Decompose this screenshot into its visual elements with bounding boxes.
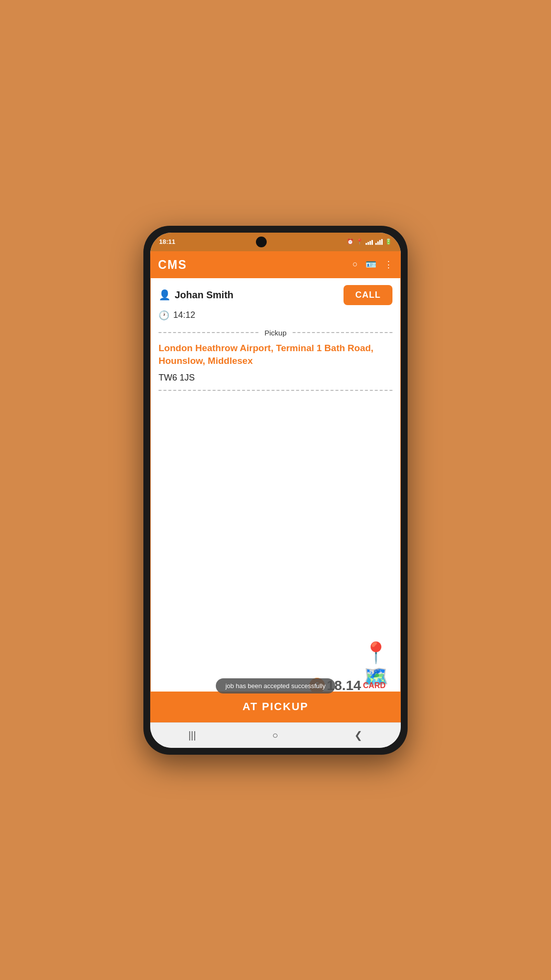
booking-time: 14:12 xyxy=(173,310,195,320)
map-pin-icon[interactable]: 📍🗺️ xyxy=(363,641,390,668)
call-button[interactable]: CALL xyxy=(344,285,392,305)
status-bar: 18:11 ⏰ 📍 🔋 xyxy=(150,233,401,251)
clock-icon: 🕐 xyxy=(159,310,169,321)
phone-frame: 18:11 ⏰ 📍 🔋 xyxy=(143,226,408,755)
content-area: 👤 Johan Smith CALL 🕐 14:12 Pickup xyxy=(151,278,400,692)
header-icons: ○ 🪪 ⋮ xyxy=(352,259,393,270)
id-card-icon[interactable]: 🪪 xyxy=(366,259,376,270)
pickup-label: Pickup xyxy=(258,329,292,337)
bottom-overlay: job has been accepted successfully £ 18.… xyxy=(151,678,400,693)
person-icon: 👤 xyxy=(159,289,171,301)
main-content: 👤 Johan Smith CALL 🕐 14:12 Pickup xyxy=(150,278,401,722)
camera-notch xyxy=(256,237,267,247)
location-icon: 📍 xyxy=(356,239,363,245)
payment-type-badge: CARD xyxy=(363,681,386,690)
status-icons: ⏰ 📍 🔋 xyxy=(347,239,392,245)
pickup-divider: Pickup xyxy=(159,329,392,337)
app-header: CMS ○ 🪪 ⋮ xyxy=(150,251,401,278)
time-row: 🕐 14:12 xyxy=(159,310,392,321)
alarm-icon: ⏰ xyxy=(347,239,354,245)
circle-icon[interactable]: ○ xyxy=(352,259,358,269)
pickup-line-left xyxy=(159,332,258,333)
customer-name-row: 👤 Johan Smith xyxy=(159,289,233,301)
wifi-signal-icon xyxy=(375,239,383,245)
home-nav-icon[interactable]: ○ xyxy=(272,730,278,741)
phone-screen: 18:11 ⏰ 📍 🔋 xyxy=(150,233,401,748)
phone-nav-bar: ||| ○ ❮ xyxy=(150,722,401,748)
status-time: 18:11 xyxy=(159,238,175,245)
customer-row: 👤 Johan Smith CALL xyxy=(159,285,392,305)
pickup-address: London Heathrow Airport, Terminal 1 Bath… xyxy=(159,342,392,368)
more-icon[interactable]: ⋮ xyxy=(384,259,393,270)
signal-icon xyxy=(366,239,373,245)
at-pickup-button[interactable]: AT PICKUP xyxy=(151,692,400,722)
back-nav-icon[interactable]: ❮ xyxy=(354,729,363,741)
postcode: TW6 1JS xyxy=(159,373,392,391)
battery-icon: 🔋 xyxy=(385,239,392,245)
toast-message: job has been accepted successfully xyxy=(216,678,336,693)
recents-nav-icon[interactable]: ||| xyxy=(188,730,196,741)
customer-name: Johan Smith xyxy=(175,289,233,301)
pickup-line-right xyxy=(293,332,392,333)
cms-logo: CMS xyxy=(158,258,187,271)
